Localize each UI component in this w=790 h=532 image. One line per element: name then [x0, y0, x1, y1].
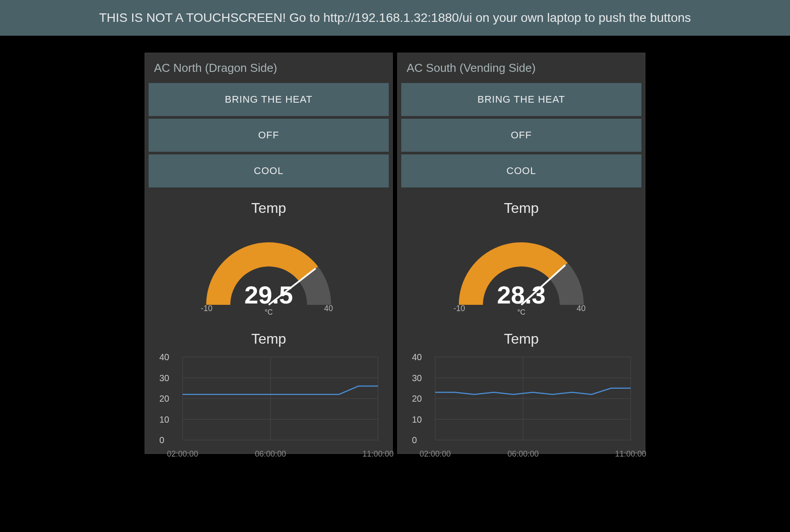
chart-label: Temp [145, 331, 392, 347]
chart-x-tick: 02:00:00 [420, 449, 451, 459]
chart-label: Temp [398, 331, 645, 347]
chart-y-tick: 20 [412, 394, 422, 404]
cool-button[interactable]: COOL [149, 154, 389, 187]
banner-message: THIS IS NOT A TOUCHSCREEN! Go to http://… [0, 0, 790, 36]
chart-y-tick: 30 [412, 373, 422, 383]
chart-y-tick: 40 [159, 352, 169, 362]
off-button[interactable]: OFF [401, 119, 641, 152]
chart-y-tick: 30 [159, 373, 169, 383]
panel-title: AC North (Dragon Side) [145, 53, 392, 83]
gauge-unit: °C [441, 308, 602, 316]
panel-title: AC South (Vending Side) [398, 53, 645, 83]
temp-chart: 40302010002:00:0006:00:0011:00:00 [408, 355, 634, 453]
heat-button[interactable]: BRING THE HEAT [149, 83, 389, 116]
panel-ac-south: AC South (Vending Side) BRING THE HEAT O… [397, 53, 645, 454]
temp-gauge: 28.3 -10 40 °C [441, 224, 602, 318]
chart-y-tick: 0 [412, 435, 417, 445]
cool-button[interactable]: COOL [401, 154, 641, 187]
chart-y-tick: 10 [412, 414, 422, 424]
chart-y-tick: 40 [412, 352, 422, 362]
chart-y-tick: 20 [159, 394, 169, 404]
chart-x-tick: 11:00:00 [362, 449, 394, 459]
chart-x-tick: 11:00:00 [615, 449, 646, 459]
off-button[interactable]: OFF [149, 119, 389, 152]
chart-x-tick: 06:00:00 [507, 449, 539, 459]
gauge-label: Temp [398, 200, 645, 216]
chart-x-tick: 02:00:00 [167, 449, 198, 459]
gauge-unit: °C [188, 308, 349, 316]
heat-button[interactable]: BRING THE HEAT [401, 83, 641, 116]
chart-y-tick: 0 [159, 435, 164, 445]
chart-x-tick: 06:00:00 [255, 449, 286, 459]
temp-chart: 40302010002:00:0006:00:0011:00:00 [156, 355, 382, 453]
temp-gauge: 29.5 -10 40 °C [188, 224, 349, 318]
panel-ac-north: AC North (Dragon Side) BRING THE HEAT OF… [145, 53, 393, 454]
chart-y-tick: 10 [159, 414, 169, 424]
gauge-label: Temp [145, 200, 392, 216]
dashboard: AC North (Dragon Side) BRING THE HEAT OF… [0, 36, 790, 454]
